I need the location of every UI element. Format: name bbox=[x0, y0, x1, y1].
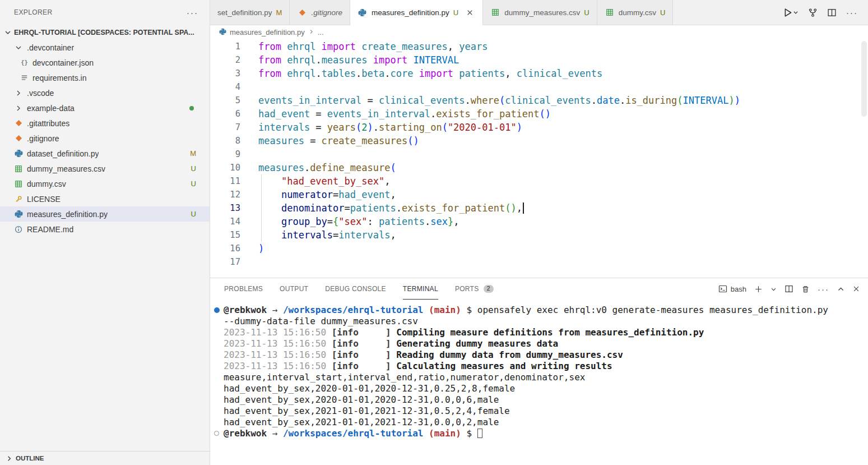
code-token: from bbox=[258, 54, 287, 66]
code-token: ) bbox=[728, 95, 734, 106]
file-tree-item-gitattributes[interactable]: .gitattributes bbox=[0, 116, 210, 131]
bottom-panel: PROBLEMSOUTPUTDEBUG CONSOLETERMINALPORTS… bbox=[210, 278, 868, 465]
code-line-15[interactable]: 15 intervals=intervals, bbox=[210, 228, 868, 242]
close-icon[interactable] bbox=[465, 7, 475, 18]
code-line-6[interactable]: 6had_event = events_in_interval.exists_f… bbox=[210, 107, 868, 121]
code-text bbox=[240, 255, 258, 269]
panel-tab-debug-console[interactable]: DEBUG CONSOLE bbox=[325, 278, 386, 300]
line-number: 11 bbox=[210, 174, 240, 188]
run-or-debug-icon[interactable] bbox=[808, 8, 818, 17]
code-line-9[interactable]: 9 bbox=[210, 148, 868, 161]
chevron-right-icon bbox=[13, 89, 24, 98]
terminal-line: 2023-11-13 15:16:50 [info ] Compiling me… bbox=[224, 327, 862, 338]
panel-more-icon[interactable]: ··· bbox=[818, 284, 829, 294]
code-line-7[interactable]: 7intervals = years(2).starting_on("2020-… bbox=[210, 121, 868, 134]
code-token: is_during bbox=[625, 95, 677, 106]
code-line-17[interactable]: 17 bbox=[210, 255, 868, 269]
terminal-text: /workspaces/ehrql-tutorial bbox=[283, 305, 423, 315]
breadcrumb-file[interactable]: measures_definition.py bbox=[230, 28, 305, 36]
code-line-11[interactable]: 11 "had_event_by_sex", bbox=[210, 174, 868, 188]
code-token bbox=[258, 189, 281, 200]
file-tree-item-license[interactable]: LICENSE bbox=[0, 191, 210, 206]
terminal-line: 2023-11-13 15:16:50 [info ] Reading dumm… bbox=[224, 349, 862, 361]
code-line-3[interactable]: 3from ehrql.tables.beta.core import pati… bbox=[210, 67, 868, 80]
code-text: numerator=had_event, bbox=[240, 188, 396, 201]
file-tree-item-devcontainer-json[interactable]: {}devcontainer.json bbox=[0, 55, 210, 70]
split-editor-icon[interactable] bbox=[827, 8, 837, 17]
terminal-text: had_event_by_sex,2020-01-01,2020-12-31,0… bbox=[224, 394, 499, 405]
file-tree-item-dataset-definition-py[interactable]: dataset_definition.pyM bbox=[0, 146, 210, 161]
code-token: create_measures bbox=[322, 135, 408, 146]
tab-measures-definition-py[interactable]: measures_definition.pyU bbox=[350, 0, 483, 25]
terminal-shell-selector[interactable]: bash bbox=[718, 284, 746, 293]
code-line-14[interactable]: 14 group_by={"sex": patients.sex}, bbox=[210, 215, 868, 228]
panel-tab-output[interactable]: OUTPUT bbox=[280, 278, 308, 300]
code-line-10[interactable]: 10measures.define_measure( bbox=[210, 161, 868, 174]
table-icon bbox=[605, 8, 615, 16]
file-name: .gitattributes bbox=[27, 119, 69, 128]
file-tree-item-measures-definition-py[interactable]: measures_definition.pyU bbox=[0, 206, 210, 222]
code-token: group_by bbox=[281, 216, 327, 227]
code-editor[interactable]: 1from ehrql import create_measures, year… bbox=[210, 39, 868, 278]
file-tree-item-gitignore[interactable]: .gitignore bbox=[0, 131, 210, 146]
code-line-8[interactable]: 8measures = create_measures() bbox=[210, 134, 868, 148]
panel-tab-problems[interactable]: PROBLEMS bbox=[224, 278, 263, 300]
code-token: events_in_interval bbox=[258, 95, 361, 106]
workspace-root-folder[interactable]: EHRQL-TUTORIAL [CODESPACES: POTENTIAL SP… bbox=[0, 25, 210, 40]
kill-terminal-icon[interactable] bbox=[801, 285, 810, 293]
line-number: 14 bbox=[210, 215, 240, 228]
tab-dummy-measures-csv[interactable]: dummy_measures.csvU bbox=[483, 0, 597, 25]
panel-tab-label: OUTPUT bbox=[280, 285, 308, 293]
file-tree-item-readme-md[interactable]: README.md bbox=[0, 222, 210, 237]
indent-guide bbox=[261, 188, 262, 201]
panel-tab-terminal[interactable]: TERMINAL bbox=[403, 278, 438, 300]
table-icon bbox=[13, 180, 24, 188]
code-line-5[interactable]: 5events_in_interval = clinical_events.wh… bbox=[210, 94, 868, 107]
file-tree-item-vscode[interactable]: .vscode bbox=[0, 85, 210, 100]
terminal-text: 2023-11-13 15:16:50 bbox=[224, 361, 332, 371]
terminal[interactable]: @rebkwok → /workspaces/ehrql-tutorial (m… bbox=[210, 300, 868, 465]
tab-dummy-csv[interactable]: dummy.csvU bbox=[597, 0, 674, 25]
code-line-13[interactable]: 13 denominator=patients.exists_for_patie… bbox=[210, 201, 868, 215]
code-line-12[interactable]: 12 numerator=had_event, bbox=[210, 188, 868, 201]
close-panel-icon[interactable] bbox=[852, 285, 860, 293]
file-tree-item-requirements-in[interactable]: requirements.in bbox=[0, 70, 210, 85]
explorer-more-icon[interactable]: ··· bbox=[187, 8, 198, 17]
file-tree-item-dummy-measures-csv[interactable]: dummy_measures.csvU bbox=[0, 161, 210, 176]
split-terminal-icon[interactable] bbox=[785, 284, 793, 293]
terminal-line: @rebkwok → /workspaces/ehrql-tutorial (m… bbox=[224, 428, 862, 439]
text-cursor-icon bbox=[523, 202, 524, 214]
code-token: where bbox=[471, 95, 499, 106]
maximize-panel-icon[interactable] bbox=[837, 286, 844, 293]
line-number: 4 bbox=[210, 80, 240, 94]
code-line-16[interactable]: 16) bbox=[210, 242, 868, 255]
code-text: from ehrql import create_measures, years bbox=[240, 40, 488, 53]
code-line-2[interactable]: 2from ehrql.measures import INTERVAL bbox=[210, 53, 868, 67]
launch-profile-chevron-icon[interactable] bbox=[770, 286, 777, 292]
terminal-line: had_event_by_sex,2020-01-01,2020-12-31,0… bbox=[224, 383, 862, 394]
code-line-1[interactable]: 1from ehrql import create_measures, year… bbox=[210, 40, 868, 53]
file-name: dataset_definition.py bbox=[27, 149, 99, 158]
editor-more-actions-icon[interactable]: ··· bbox=[846, 8, 858, 17]
terminal-text: 2023-11-13 15:16:50 bbox=[224, 327, 332, 338]
new-terminal-icon[interactable] bbox=[754, 285, 763, 293]
run-python-file-button[interactable] bbox=[782, 7, 799, 18]
tab-label: dummy.csv bbox=[619, 8, 656, 17]
file-tree-item-dummy-csv[interactable]: dummy.csvU bbox=[0, 176, 210, 191]
outline-section-header[interactable]: OUTLINE bbox=[0, 451, 210, 465]
editor-scrollbar[interactable] bbox=[861, 41, 867, 117]
tab-set-definition-py[interactable]: set_definition.pyM bbox=[210, 0, 290, 25]
breadcrumb-symbol[interactable]: ... bbox=[318, 28, 324, 36]
code-token: had_event bbox=[338, 189, 390, 200]
file-tree-item-devcontainer[interactable]: .devcontainer bbox=[0, 40, 210, 55]
code-token: import bbox=[368, 54, 414, 66]
tab-gitignore[interactable]: .gitignore bbox=[290, 0, 350, 25]
tab-label: dummy_measures.csv bbox=[504, 8, 580, 17]
command-marker-icon[interactable] bbox=[214, 307, 220, 313]
file-tree-item-example-data[interactable]: example-data bbox=[0, 100, 210, 116]
panel-tab-ports[interactable]: PORTS2 bbox=[455, 278, 494, 300]
terminal-text: (main) bbox=[429, 305, 461, 315]
code-line-4[interactable]: 4 bbox=[210, 80, 868, 94]
command-marker-icon[interactable] bbox=[214, 431, 219, 436]
tab-label: .gitignore bbox=[311, 8, 342, 17]
